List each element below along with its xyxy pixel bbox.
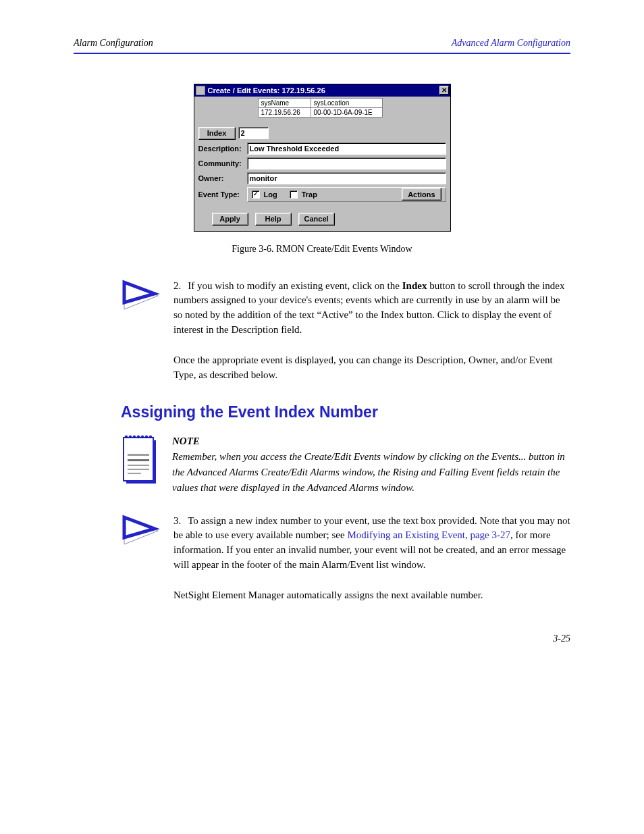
svg-rect-5 (128, 459, 149, 461)
page-number: 3-25 (553, 633, 570, 644)
syslocation-value: 00-00-1D-6A-09-1E (311, 107, 382, 117)
description-input[interactable] (247, 142, 446, 155)
owner-input[interactable] (247, 172, 446, 184)
paragraph-final: NetSight Element Manager automatically a… (173, 588, 570, 603)
community-input[interactable] (247, 157, 446, 170)
cancel-button[interactable]: Cancel (298, 213, 335, 226)
log-checkbox-label: Log (264, 190, 277, 199)
sys-grid: sysName sysLocation 172.19.56.26 00-00-1… (258, 98, 446, 118)
svg-rect-4 (128, 454, 149, 456)
event-type-panel: ✓ Log Trap Actions (247, 187, 446, 202)
step-arrow-icon (121, 514, 161, 548)
header-left: Alarm Configuration (74, 38, 153, 49)
cross-reference-link[interactable]: Modifying an Existing Event, page 3-27 (347, 529, 510, 540)
dialog-title: Create / Edit Events: 172.19.56.26 (208, 86, 325, 95)
note-icon (121, 434, 159, 488)
figure-caption: Figure 3-6. RMON Create/Edit Events Wind… (74, 244, 570, 255)
help-button[interactable]: Help (255, 213, 292, 226)
svg-marker-10 (124, 517, 155, 538)
sysname-value: 172.19.56.26 (258, 107, 311, 117)
dialog-titlebar: Create / Edit Events: 172.19.56.26 ✕ (194, 84, 450, 97)
paragraph-after-step2: Once the appropriate event is displayed,… (173, 353, 570, 383)
event-type-label: Event Type: (198, 190, 247, 199)
description-label: Description: (198, 145, 247, 153)
note-text: NOTE Remember, when you access the Creat… (172, 434, 570, 496)
index-input[interactable] (238, 127, 269, 139)
create-edit-events-dialog: Create / Edit Events: 172.19.56.26 ✕ sys… (194, 84, 451, 232)
header-rule (74, 53, 570, 54)
trap-checkbox-label: Trap (302, 190, 317, 199)
community-label: Community: (198, 159, 247, 167)
svg-rect-7 (128, 469, 149, 470)
apply-button[interactable]: Apply (212, 213, 248, 226)
step-3-text: 3.To assign a new index number to your e… (173, 514, 570, 573)
owner-label: Owner: (198, 174, 247, 182)
index-button[interactable]: Index (198, 127, 236, 140)
svg-marker-1 (124, 282, 155, 303)
header-right: Advanced Alarm Configuration (452, 38, 570, 49)
svg-rect-6 (128, 465, 149, 466)
step-2-text: 2.If you wish to modify an existing even… (173, 279, 570, 338)
log-checkbox[interactable]: ✓ (252, 190, 260, 199)
syslocation-label: sysLocation (311, 98, 382, 107)
actions-button[interactable]: Actions (402, 188, 441, 201)
app-icon (196, 86, 205, 95)
sysname-label: sysName (258, 98, 311, 107)
trap-checkbox[interactable] (290, 190, 298, 199)
section-heading: Assigning the Event Index Number (121, 403, 570, 421)
close-icon[interactable]: ✕ (439, 86, 449, 95)
step-arrow-icon (121, 279, 161, 313)
svg-rect-8 (128, 473, 141, 474)
